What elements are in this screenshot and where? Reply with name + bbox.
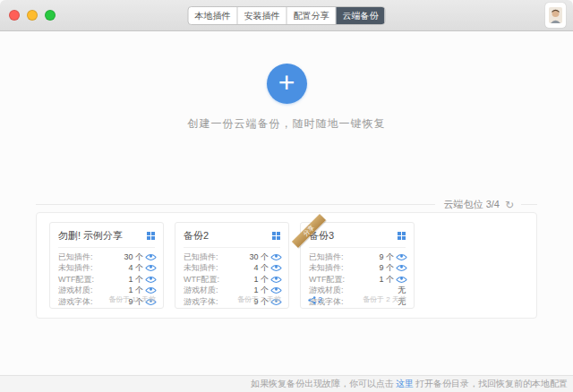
share-icon <box>308 296 316 304</box>
stat-value: 9 个 <box>379 262 394 274</box>
card-header: 勿删! 示例分享 <box>58 229 155 248</box>
card-menu-icon[interactable] <box>272 232 280 240</box>
backup-age-label: 备份于 2 天前 <box>363 294 406 304</box>
eye-icon[interactable] <box>270 262 282 274</box>
cloud-slots-label: 云端包位 3/4 <box>444 198 500 211</box>
tab-config-share[interactable]: 配置分享 <box>287 7 337 24</box>
stat-label: 游戏字体: <box>184 296 218 308</box>
window-titlebar: 本地插件 安装插件 配置分享 云端备份 <box>0 0 573 31</box>
open-backup-dir-link[interactable]: 这里 <box>396 378 414 390</box>
stat-label: 已知插件: <box>184 251 218 263</box>
status-text-after: 打开备份目录，找回恢复前的本地配置 <box>415 378 568 390</box>
stat-value: 9 个 <box>379 251 394 263</box>
backup-card-1: 勿删! 示例分享 已知插件: 30 个 未知插件: 4 个 WTF配置: 1 个… <box>49 222 164 309</box>
close-button[interactable] <box>9 10 20 21</box>
minimize-button[interactable] <box>27 10 38 21</box>
stat-row: 未知插件: 4 个 <box>58 263 155 275</box>
stat-label: 已知插件: <box>309 251 344 263</box>
backup-card-title: 勿删! 示例分享 <box>58 229 123 243</box>
create-backup-hero: + 创建一份云端备份，随时随地一键恢复 <box>0 64 573 132</box>
card-header: 备份3 <box>309 229 406 248</box>
user-avatar[interactable] <box>545 3 566 28</box>
stat-row: 未知插件: 4 个 <box>184 263 280 275</box>
backup-card-title: 备份2 <box>184 229 209 243</box>
card-header: 备份2 <box>184 229 280 248</box>
eye-icon[interactable] <box>145 251 157 263</box>
stat-row: 已知插件: 9 个 <box>309 251 406 263</box>
eye-icon[interactable] <box>270 274 282 285</box>
create-backup-caption: 创建一份云端备份，随时随地一键恢复 <box>0 116 573 132</box>
status-bar: 如果恢复备份出现故障，你可以点击 这里 打开备份目录，找回恢复前的本地配置 <box>0 375 573 392</box>
stat-row: 未知插件: 9 个 <box>309 263 406 275</box>
create-backup-button[interactable]: + <box>267 64 307 104</box>
stat-label: 游戏材质: <box>58 285 93 296</box>
share-count-badge[interactable]: 2 <box>308 295 322 304</box>
eye-icon[interactable] <box>145 262 157 274</box>
divider-line-right <box>521 204 537 205</box>
stat-label: WTF配置: <box>58 274 94 285</box>
card-menu-icon[interactable] <box>398 232 406 240</box>
tab-cloud-backup[interactable]: 云端备份 <box>337 7 385 24</box>
cloud-slots-divider: 云端包位 3/4 ↻ <box>36 198 537 211</box>
stat-value: 4 个 <box>128 262 143 274</box>
stat-row: WTF配置: 1 个 <box>309 274 406 285</box>
backup-card-2: 备份2 已知插件: 30 个 未知插件: 4 个 WTF配置: 1 个 游戏材质… <box>175 222 289 309</box>
traffic-lights <box>9 10 56 21</box>
stat-value: 1 个 <box>128 274 143 285</box>
share-count: 2 <box>318 295 322 304</box>
stat-value: 30 个 <box>124 251 143 263</box>
stat-label: 游戏字体: <box>58 296 93 308</box>
backup-card-3: 分享 备份3 已知插件: 9 个 未知插件: 9 个 WTF配置: 1 个 <box>300 222 415 309</box>
eye-icon[interactable] <box>396 262 407 274</box>
stat-label: 未知插件: <box>58 262 93 274</box>
avatar-face-icon <box>549 7 562 23</box>
stat-label: WTF配置: <box>184 274 219 285</box>
tab-install-plugins[interactable]: 安装插件 <box>238 7 287 24</box>
eye-icon[interactable] <box>396 251 407 263</box>
stat-value: 30 个 <box>249 251 269 263</box>
cloud-backup-panel: + 创建一份云端备份，随时随地一键恢复 云端包位 3/4 ↻ 勿删! 示例分享 … <box>0 31 573 376</box>
stat-label: WTF配置: <box>309 274 345 285</box>
stat-label: 未知插件: <box>309 262 344 274</box>
status-text-before: 如果恢复备份出现故障，你可以点击 <box>251 378 394 390</box>
stat-label: 未知插件: <box>184 262 218 274</box>
zoom-button[interactable] <box>45 10 56 21</box>
stat-label: 游戏材质: <box>184 285 218 296</box>
stat-value: 4 个 <box>253 262 269 274</box>
tab-local-plugins[interactable]: 本地插件 <box>189 7 238 24</box>
stat-label: 已知插件: <box>58 251 93 263</box>
card-menu-icon[interactable] <box>147 232 155 240</box>
backup-slots-container: 勿删! 示例分享 已知插件: 30 个 未知插件: 4 个 WTF配置: 1 个… <box>36 212 537 319</box>
stat-value: 1 个 <box>253 274 269 285</box>
segmented-tab-bar: 本地插件 安装插件 配置分享 云端备份 <box>188 6 386 25</box>
divider-line-left <box>36 204 435 205</box>
stat-row: WTF配置: 1 个 <box>184 274 280 285</box>
stat-value: 1 个 <box>379 274 394 285</box>
eye-icon[interactable] <box>396 274 407 285</box>
refresh-icon[interactable]: ↻ <box>505 199 514 211</box>
stat-row: WTF配置: 1 个 <box>58 274 155 285</box>
backup-age-label: 备份于 11 天前 <box>108 294 156 304</box>
eye-icon[interactable] <box>145 274 157 285</box>
backup-age-label: 备份于 7 天前 <box>237 294 281 304</box>
stat-row: 已知插件: 30 个 <box>58 251 155 263</box>
eye-icon[interactable] <box>270 251 282 263</box>
stat-row: 已知插件: 30 个 <box>184 251 280 263</box>
